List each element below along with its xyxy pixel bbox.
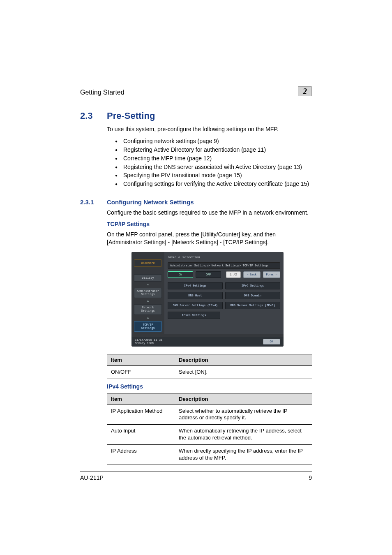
subsection-heading: 2.3.1 Configuring Network Settings: [80, 199, 312, 206]
footer-page: 9: [309, 474, 312, 481]
off-button[interactable]: OFF: [196, 271, 221, 278]
on-button[interactable]: ON: [168, 271, 193, 278]
cell-desc: When directly specifying the IP address,…: [175, 445, 312, 465]
panel-instruction: Make a selection.: [168, 255, 280, 259]
page-footer: AU-211P 9: [80, 472, 312, 481]
tile-ipv6[interactable]: IPv6 Settings: [225, 282, 280, 289]
subsection-para: Configure the basic settings required to…: [107, 209, 312, 217]
cell-desc: When automatically retrieving the IP add…: [175, 425, 312, 445]
sidebar-admin[interactable]: Administrator Settings: [134, 288, 162, 298]
footer-model: AU-211P: [80, 474, 104, 481]
tile-dns-domain[interactable]: DNS Domain: [225, 292, 280, 299]
section-intro: To use this system, pre-configure the fo…: [107, 125, 312, 133]
th-item: Item: [107, 354, 175, 365]
bullet-list: Configuring network settings (page 9) Re…: [115, 137, 312, 188]
tile-dns-srv-v4[interactable]: DNS Server Settings (IPv4): [168, 302, 223, 309]
panel-sidebar: Bookmark Utility ▲ Administrator Setting…: [131, 252, 164, 334]
tile-dns-host[interactable]: DNS Host: [168, 292, 223, 299]
panel-footer: 11/14/2008 11:31 Memory 100% OK: [131, 337, 284, 347]
th-desc: Description: [175, 393, 312, 405]
list-item: Correcting the MFP time (page 12): [115, 155, 312, 162]
chapter-badge: 2: [298, 86, 312, 96]
ipv4-heading: IPv4 Settings: [107, 383, 312, 390]
th-item: Item: [107, 393, 175, 405]
section-title: Pre-Setting: [107, 111, 155, 121]
list-item: Registering Active Directory for authent…: [115, 146, 312, 154]
table-row: ON/OFF Select [ON].: [107, 365, 312, 379]
panel-breadcrumb: Administrator Settings> Network Settings…: [168, 262, 280, 269]
ok-button[interactable]: OK: [263, 339, 280, 345]
onoff-table: Item Description ON/OFF Select [ON].: [107, 354, 312, 379]
section-heading: 2.3 Pre-Setting: [80, 111, 312, 121]
sidebar-utility[interactable]: Utility: [134, 274, 162, 282]
chevron-up-icon: ▲: [134, 300, 162, 303]
tcpip-heading: TCP/IP Settings: [107, 221, 312, 227]
subsection-number: 2.3.1: [80, 199, 99, 206]
list-item: Registering the DNS server associated wi…: [115, 163, 312, 171]
tile-dns-srv-v6[interactable]: DNS Server Settings (IPv6): [225, 302, 280, 309]
list-item: Specifying the PIV transitional mode (pa…: [115, 171, 312, 179]
tcpip-para: On the MFP control panel, press the [Uti…: [107, 231, 312, 246]
list-item: Configuring settings for verifying the A…: [115, 180, 312, 188]
running-title: Getting Started: [80, 89, 125, 96]
section-number: 2.3: [80, 111, 99, 121]
mfp-panel: Bookmark Utility ▲ Administrator Setting…: [131, 252, 284, 347]
arrow-right-icon: →: [275, 273, 277, 276]
panel-memory: Memory 100%: [135, 342, 162, 345]
cell-desc: Select whether to automatically retrieve…: [175, 405, 312, 425]
forward-button[interactable]: Forw.→: [263, 271, 280, 278]
table-row: IP Application Method Select whether to …: [107, 405, 312, 425]
chevron-up-icon: ▲: [134, 283, 162, 286]
tile-ipv4[interactable]: IPv4 Settings: [168, 282, 223, 289]
subsection-title: Configuring Network Settings: [107, 199, 194, 206]
chevron-up-icon: ▲: [134, 317, 162, 319]
back-button[interactable]: ←Back: [243, 271, 261, 278]
running-header: Getting Started 2: [80, 86, 312, 98]
cell-item: Auto Input: [107, 425, 175, 445]
cell-item: ON/OFF: [107, 365, 175, 379]
table-row: Auto Input When automatically retrieving…: [107, 425, 312, 445]
sidebar-tcpip[interactable]: TCP/IP Settings: [134, 321, 162, 332]
list-item: Configuring network settings (page 9): [115, 137, 312, 145]
table-row: IP Address When directly specifying the …: [107, 445, 312, 465]
cell-item: IP Address: [107, 445, 175, 465]
sidebar-network[interactable]: Network Settings: [134, 304, 162, 314]
panel-datetime: 11/14/2008 11:31: [135, 338, 162, 342]
arrow-left-icon: ←: [247, 273, 249, 276]
sidebar-bookmark[interactable]: Bookmark: [134, 259, 162, 267]
th-desc: Description: [175, 354, 312, 365]
cell-desc: Select [ON].: [175, 365, 312, 379]
page-indicator: 1 /2: [226, 271, 241, 278]
cell-item: IP Application Method: [107, 405, 175, 425]
ipv4-table: Item Description IP Application Method S…: [107, 393, 312, 465]
tile-ipsec[interactable]: IPsec Settings: [168, 312, 220, 319]
